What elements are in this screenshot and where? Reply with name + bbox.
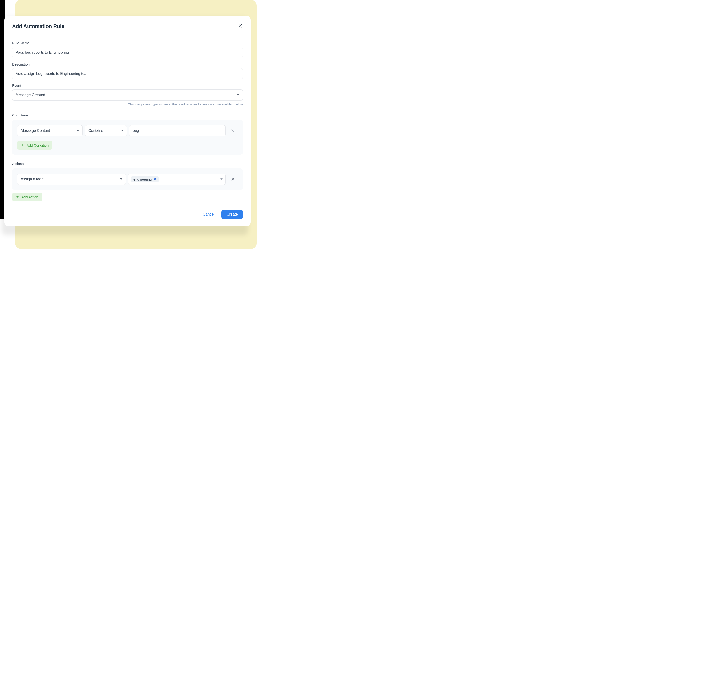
remove-condition-button[interactable] bbox=[228, 126, 238, 136]
conditions-section: Conditions Message Content Contains bbox=[12, 113, 243, 155]
actions-section: Actions Assign a team engineering ✕ bbox=[12, 162, 243, 201]
actions-panel: Assign a team engineering ✕ bbox=[12, 169, 243, 190]
action-type-select[interactable]: Assign a team bbox=[17, 173, 126, 185]
add-condition-label: Add Condition bbox=[27, 143, 49, 147]
condition-field-value: Message Content bbox=[21, 128, 50, 133]
close-icon bbox=[238, 23, 243, 28]
team-tag: engineering ✕ bbox=[131, 176, 159, 182]
event-label: Event bbox=[12, 84, 243, 88]
remove-tag-button[interactable]: ✕ bbox=[153, 178, 156, 181]
condition-row: Message Content Contains bbox=[17, 125, 238, 136]
add-condition-row: Add Condition bbox=[17, 141, 238, 150]
close-icon bbox=[231, 128, 235, 133]
form: Rule Name Description Event Message Crea… bbox=[12, 41, 243, 219]
create-button[interactable]: Create bbox=[221, 209, 243, 219]
add-action-row: Add Action bbox=[12, 193, 243, 201]
remove-action-button[interactable] bbox=[228, 174, 238, 184]
conditions-label: Conditions bbox=[12, 113, 243, 117]
rule-name-field: Rule Name bbox=[12, 41, 243, 58]
modal-header: Add Automation Rule bbox=[12, 23, 243, 29]
close-icon bbox=[231, 177, 235, 181]
rule-name-input[interactable] bbox=[12, 47, 243, 58]
automation-rule-modal: Add Automation Rule Rule Name Descriptio… bbox=[4, 16, 251, 226]
event-helper-text: Changing event type will reset the condi… bbox=[12, 102, 243, 106]
add-action-label: Add Action bbox=[22, 195, 38, 199]
description-label: Description bbox=[12, 62, 243, 66]
modal-title: Add Automation Rule bbox=[12, 23, 64, 29]
close-button[interactable] bbox=[238, 23, 243, 29]
event-select-value: Message Created bbox=[16, 93, 45, 97]
conditions-panel: Message Content Contains Add bbox=[12, 120, 243, 155]
action-team-multiselect[interactable]: engineering ✕ bbox=[128, 173, 225, 185]
rule-name-label: Rule Name bbox=[12, 41, 243, 45]
add-condition-button[interactable]: Add Condition bbox=[17, 141, 52, 150]
description-input[interactable] bbox=[12, 68, 243, 79]
condition-operator-select[interactable]: Contains bbox=[85, 125, 127, 136]
condition-value-input[interactable] bbox=[129, 125, 225, 136]
chevron-down-icon bbox=[120, 179, 122, 180]
cancel-button[interactable]: Cancel bbox=[201, 210, 216, 219]
actions-label: Actions bbox=[12, 162, 243, 166]
action-row: Assign a team engineering ✕ bbox=[17, 173, 238, 185]
chevron-down-icon bbox=[77, 130, 79, 131]
team-tag-label: engineering bbox=[133, 178, 152, 181]
modal-footer: Cancel Create bbox=[12, 209, 243, 219]
event-select[interactable]: Message Created bbox=[12, 89, 243, 101]
description-field: Description bbox=[12, 62, 243, 79]
add-action-button[interactable]: Add Action bbox=[12, 193, 42, 201]
plus-icon bbox=[16, 195, 19, 199]
chevron-down-icon bbox=[121, 130, 123, 131]
condition-operator-value: Contains bbox=[88, 128, 103, 133]
condition-field-select[interactable]: Message Content bbox=[17, 125, 82, 136]
event-field: Event Message Created Changing event typ… bbox=[12, 84, 243, 106]
action-type-value: Assign a team bbox=[21, 177, 44, 181]
plus-icon bbox=[21, 143, 24, 147]
chevron-down-icon bbox=[237, 94, 240, 96]
chevron-down-icon bbox=[220, 179, 222, 180]
